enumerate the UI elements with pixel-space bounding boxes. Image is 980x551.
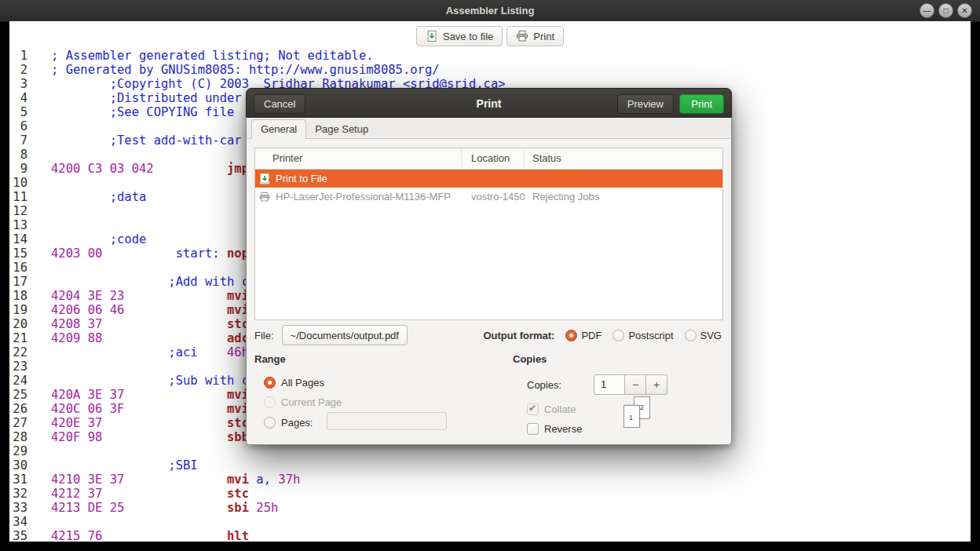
line-code: 4204 3E 23 mvi bbox=[27, 289, 249, 303]
line-number: 11 bbox=[9, 190, 27, 204]
preview-button[interactable]: Preview bbox=[617, 94, 674, 114]
line-code: 420E 37 stc bbox=[27, 416, 249, 430]
pdf-label: PDF bbox=[581, 330, 602, 341]
line-number: 19 bbox=[9, 303, 27, 317]
toolbar: Save to file Print bbox=[9, 26, 971, 46]
printer-icon bbox=[258, 191, 271, 203]
radio-current-page[interactable] bbox=[264, 396, 276, 408]
pages-input[interactable] bbox=[327, 412, 447, 430]
tab-general[interactable]: General bbox=[251, 119, 306, 139]
print-dialog: Print Cancel Preview Print General Page … bbox=[246, 88, 732, 445]
collate-page-1: 1 bbox=[623, 405, 640, 428]
collate-checkbox[interactable] bbox=[527, 403, 539, 415]
radio-postscript[interactable] bbox=[612, 330, 624, 341]
line-number: 12 bbox=[9, 204, 27, 218]
copies-section: Copies Copies: 1 − + Collate Reverse bbox=[513, 353, 733, 443]
line-number: 33 bbox=[9, 501, 27, 515]
copies-spinner: 1 − + bbox=[594, 374, 667, 395]
line-code: ;Sub with c bbox=[27, 374, 249, 388]
range-section: Range All Pages Current Page Pages: bbox=[254, 353, 490, 443]
close-button[interactable]: ✕ bbox=[957, 3, 972, 18]
printer-row-print-to-file[interactable]: Print to File bbox=[255, 170, 722, 188]
radio-svg[interactable] bbox=[685, 330, 697, 341]
line-code: ;SBI bbox=[27, 458, 198, 473]
copies-row: Copies: 1 − + bbox=[527, 374, 667, 395]
printer-name: Print to File bbox=[276, 173, 327, 184]
radio-pages[interactable] bbox=[264, 417, 276, 429]
column-header-status[interactable]: Status bbox=[525, 148, 722, 169]
tab-page-setup[interactable]: Page Setup bbox=[306, 120, 377, 138]
line-number: 26 bbox=[9, 402, 27, 416]
line-number: 20 bbox=[9, 317, 27, 331]
copies-heading: Copies bbox=[513, 353, 733, 365]
radio-all-pages[interactable] bbox=[264, 377, 276, 389]
copies-label: Copies: bbox=[527, 379, 594, 391]
print-toolbar-button[interactable]: Print bbox=[506, 26, 564, 46]
reverse-label: Reverse bbox=[544, 423, 582, 435]
line-code: ;code bbox=[27, 232, 146, 246]
line-code bbox=[27, 218, 51, 232]
line-code: 4210 3E 37 mvi a, 37h bbox=[27, 473, 300, 487]
print-icon bbox=[516, 30, 528, 42]
line-number: 27 bbox=[9, 416, 27, 430]
printer-row-hp-laserjet[interactable]: HP-LaserJet-Professional-M1136-MFP vostr… bbox=[255, 188, 722, 206]
pages-label: Pages: bbox=[281, 417, 313, 429]
column-header-location[interactable]: Location bbox=[462, 148, 525, 169]
page-number: 2 bbox=[640, 403, 644, 411]
option-all-pages[interactable]: All Pages bbox=[264, 376, 324, 389]
line-code: 4200 C3 03 042 jmp bbox=[27, 162, 249, 176]
listing-line: 1; Assembler generated listing; Not edit… bbox=[9, 49, 971, 63]
listing-line: 29 bbox=[9, 444, 971, 458]
cancel-button[interactable]: Cancel bbox=[254, 94, 305, 114]
line-number: 6 bbox=[9, 119, 27, 133]
option-pages[interactable]: Pages: bbox=[264, 416, 313, 429]
printer-location: vostro-1450 bbox=[462, 191, 525, 203]
window-title: Assembler Listing bbox=[0, 0, 980, 21]
collate-row[interactable]: Collate bbox=[527, 403, 576, 415]
line-code: ;aci 46h bbox=[27, 345, 249, 359]
svg-label: SVG bbox=[700, 330, 722, 341]
reverse-row[interactable]: Reverse bbox=[527, 422, 582, 435]
save-to-file-button[interactable]: Save to file bbox=[416, 26, 503, 46]
radio-pdf[interactable] bbox=[565, 330, 577, 341]
line-code bbox=[27, 261, 51, 275]
line-code: ;Add with c bbox=[27, 275, 249, 289]
line-number: 1 bbox=[9, 49, 27, 63]
line-code bbox=[27, 148, 51, 162]
line-code: ; Assembler generated listing; Not edita… bbox=[27, 49, 374, 63]
line-number: 21 bbox=[9, 331, 27, 345]
maximize-button[interactable]: □ bbox=[938, 3, 953, 18]
column-header-printer[interactable]: Printer bbox=[255, 148, 462, 169]
listing-line: 30 ;SBI bbox=[9, 458, 971, 473]
printer-name: HP-LaserJet-Professional-M1136-MFP bbox=[276, 191, 451, 203]
line-number: 9 bbox=[9, 162, 27, 176]
reverse-checkbox[interactable] bbox=[527, 423, 539, 435]
copies-increment-button[interactable]: + bbox=[646, 374, 667, 395]
line-number: 35 bbox=[9, 529, 27, 542]
line-number: 10 bbox=[9, 176, 27, 190]
line-code: ;data bbox=[27, 190, 146, 204]
line-code: 4213 DE 25 sbi 25h bbox=[27, 501, 278, 515]
line-number: 5 bbox=[9, 105, 27, 119]
option-current-page[interactable]: Current Page bbox=[264, 396, 342, 408]
printer-status: Rejecting Jobs bbox=[525, 191, 722, 203]
line-code: 4212 37 stc bbox=[27, 487, 249, 501]
print-dialog-body: General Page Setup Printer Location Stat… bbox=[246, 118, 732, 445]
copies-decrement-button[interactable]: − bbox=[625, 374, 646, 395]
print-confirm-button[interactable]: Print bbox=[679, 94, 724, 114]
line-number: 17 bbox=[9, 275, 27, 289]
line-code bbox=[27, 176, 51, 190]
line-number: 2 bbox=[9, 63, 27, 77]
copies-input[interactable]: 1 bbox=[594, 374, 625, 395]
file-button[interactable]: ~/Documents/output.pdf bbox=[282, 325, 408, 345]
postscript-label: Postscript bbox=[628, 330, 673, 341]
line-code: 4203 00 start: nop bbox=[27, 246, 249, 261]
file-label: File: bbox=[254, 330, 274, 341]
line-code: 4209 88 adc bbox=[27, 331, 249, 345]
line-number: 29 bbox=[9, 444, 27, 458]
line-number: 3 bbox=[9, 77, 27, 91]
line-code: 4208 37 stc bbox=[27, 317, 249, 331]
minimize-button[interactable]: — bbox=[920, 3, 934, 18]
file-row: File: ~/Documents/output.pdf Output form… bbox=[254, 324, 722, 346]
line-number: 16 bbox=[9, 261, 27, 275]
